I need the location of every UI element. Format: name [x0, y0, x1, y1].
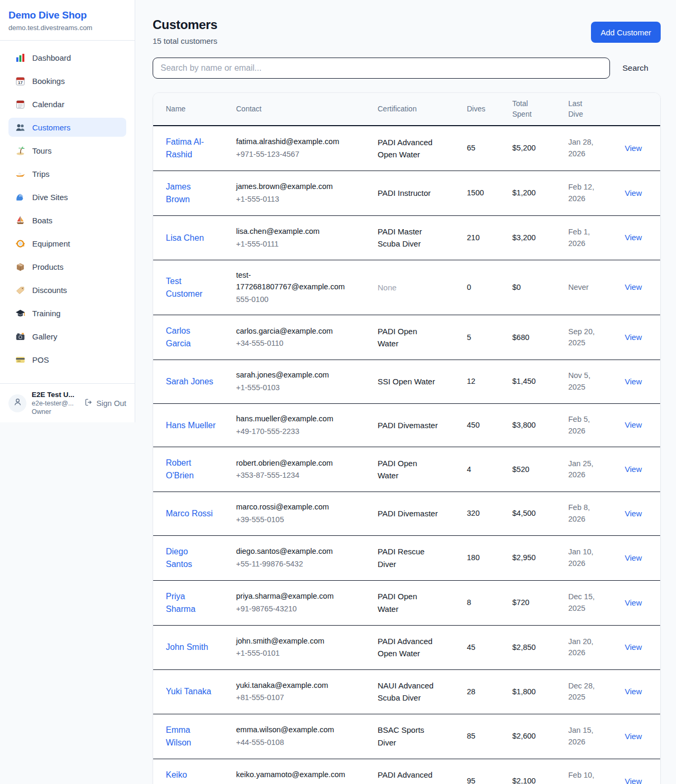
view-customer-link[interactable]: View — [625, 553, 642, 562]
customer-name-link[interactable]: Test Customer — [166, 275, 216, 300]
sidebar-item-pos[interactable]: POS — [8, 350, 126, 369]
sidebar-item-dashboard[interactable]: Dashboard — [8, 48, 126, 67]
sidebar-item-dive-sites[interactable]: Dive Sites — [8, 187, 126, 206]
customer-name-link[interactable]: Priya Sharma — [166, 590, 216, 616]
last-dive-cell: Dec 28, 2025 — [562, 670, 618, 714]
customer-name-link[interactable]: Emma Wilson — [166, 724, 216, 749]
sidebar-item-discounts[interactable]: Discounts — [8, 280, 126, 299]
customer-email: yuki.tanaka@example.com — [236, 680, 348, 692]
dives-cell: 0 — [461, 260, 506, 315]
customer-last-dive: Dec 28, 2025 — [568, 681, 601, 704]
add-customer-button[interactable]: Add Customer — [591, 22, 661, 43]
customer-certification: SSI Open Water — [378, 375, 435, 388]
column-header-last-dive: Last Dive — [562, 93, 618, 126]
customer-name-link[interactable]: James Brown — [166, 181, 216, 206]
customer-name-link[interactable]: Marco Rossi — [166, 507, 213, 520]
actions-cell: View — [618, 447, 660, 492]
wave-icon — [15, 192, 25, 202]
view-customer-link[interactable]: View — [625, 144, 642, 153]
user-section: E2E Test U... e2e-tester@... Owner Sign … — [0, 383, 135, 422]
customer-total-spent: $680 — [512, 333, 529, 342]
sidebar-item-label: Calendar — [32, 100, 64, 109]
customer-last-dive: Feb 5, 2026 — [568, 414, 601, 437]
view-customer-link[interactable]: View — [625, 643, 642, 651]
sidebar-item-calendar[interactable]: Calendar — [8, 95, 126, 114]
view-customer-link[interactable]: View — [625, 732, 642, 741]
certification-cell: PADI Divemaster — [371, 404, 461, 448]
contact-cell: fatima.alrashid@example.com+971-55-123-4… — [230, 126, 371, 171]
customer-email: priya.sharma@example.com — [236, 591, 348, 602]
customer-certification: PADI Divemaster — [378, 507, 438, 519]
user-name: E2E Test U... — [32, 391, 79, 399]
view-customer-link[interactable]: View — [625, 333, 642, 342]
view-customer-link[interactable]: View — [625, 233, 642, 242]
sidebar-item-label: Dive Sites — [32, 193, 68, 202]
sidebar-item-tours[interactable]: Tours — [8, 141, 126, 160]
sign-out-button[interactable]: Sign Out — [84, 398, 126, 408]
search-button[interactable]: Search — [610, 63, 661, 73]
view-customer-link[interactable]: View — [625, 420, 642, 429]
view-customer-link[interactable]: View — [625, 598, 642, 607]
sidebar-item-bookings[interactable]: 17Bookings — [8, 71, 126, 90]
sidebar-nav: Dashboard17BookingsCalendarCustomersTour… — [0, 41, 135, 383]
sidebar-item-label: Gallery — [32, 332, 58, 341]
contact-cell: priya.sharma@example.com+91-98765-43210 — [230, 581, 371, 626]
sidebar-item-products[interactable]: Products — [8, 257, 126, 276]
actions-cell: View — [618, 126, 660, 171]
customer-name-link[interactable]: Sarah Jones — [166, 375, 213, 388]
name-cell: Keiko Yamamoto — [153, 759, 230, 784]
table-row: John Smithjohn.smith@example.com+1-555-0… — [153, 626, 660, 670]
customer-name-link[interactable]: Keiko Yamamoto — [166, 769, 216, 784]
dives-cell: 1500 — [461, 171, 506, 216]
customer-last-dive: Feb 1, 2026 — [568, 226, 601, 250]
sidebar-item-trips[interactable]: Trips — [8, 164, 126, 183]
customer-email: test-1772681807767@example.com — [236, 270, 348, 293]
customer-name-link[interactable]: John Smith — [166, 641, 208, 654]
name-cell: Priya Sharma — [153, 581, 230, 626]
sidebar-item-training[interactable]: Training — [8, 304, 126, 323]
search-input[interactable] — [153, 58, 610, 79]
name-cell: Sarah Jones — [153, 360, 230, 404]
customer-certification: PADI Rescue Diver — [378, 545, 440, 570]
customer-last-dive: Feb 8, 2026 — [568, 502, 601, 525]
credit-card-icon — [15, 354, 25, 365]
view-customer-link[interactable]: View — [625, 777, 642, 784]
customer-name-link[interactable]: Yuki Tanaka — [166, 685, 211, 698]
contact-cell: john.smith@example.com+1-555-0101 — [230, 626, 371, 670]
dives-cell: 45 — [461, 626, 506, 670]
contact-cell: marco.rossi@example.com+39-555-0105 — [230, 492, 371, 536]
customer-name-link[interactable]: Diego Santos — [166, 545, 216, 571]
view-customer-link[interactable]: View — [625, 687, 642, 696]
customer-total-spent: $4,500 — [512, 509, 536, 517]
customer-phone: +81-90-1234-5678 — [236, 782, 365, 784]
last-dive-cell: Feb 8, 2026 — [562, 492, 618, 536]
view-customer-link[interactable]: View — [625, 465, 642, 474]
customer-name-link[interactable]: Carlos Garcia — [166, 325, 216, 350]
svg-text:17: 17 — [18, 80, 23, 84]
customer-name-link[interactable]: Fatima Al-Rashid — [166, 136, 216, 161]
last-dive-cell: Feb 12, 2026 — [562, 171, 618, 216]
customer-name-link[interactable]: Lisa Chen — [166, 232, 204, 244]
view-customer-link[interactable]: View — [625, 282, 642, 291]
customer-phone: +49-170-555-2233 — [236, 426, 365, 438]
sidebar-item-customers[interactable]: Customers — [8, 118, 126, 137]
actions-cell: View — [618, 714, 660, 759]
table-row: Diego Santosdiego.santos@example.com+55-… — [153, 536, 660, 581]
customer-name-link[interactable]: Hans Mueller — [166, 419, 215, 432]
column-header-actions — [618, 93, 660, 126]
customer-phone: +1-555-0113 — [236, 194, 365, 205]
contact-cell: lisa.chen@example.com+1-555-0111 — [230, 216, 371, 260]
view-customer-link[interactable]: View — [625, 188, 642, 197]
view-customer-link[interactable]: View — [625, 509, 642, 518]
customer-last-dive: Jan 25, 2026 — [568, 458, 601, 481]
customer-name-link[interactable]: Robert O'Brien — [166, 457, 216, 482]
sidebar-item-equipment[interactable]: Equipment — [8, 234, 126, 253]
sidebar-item-boats[interactable]: Boats — [8, 211, 126, 230]
certification-cell: PADI Divemaster — [371, 492, 461, 536]
calendar-icon — [15, 99, 25, 109]
view-customer-link[interactable]: View — [625, 377, 642, 386]
sidebar-item-gallery[interactable]: Gallery — [8, 327, 126, 346]
customer-certification: PADI Open Water — [378, 590, 440, 615]
actions-cell: View — [618, 171, 660, 216]
customers-table-card: NameContactCertificationDivesTotal Spent… — [153, 92, 661, 784]
